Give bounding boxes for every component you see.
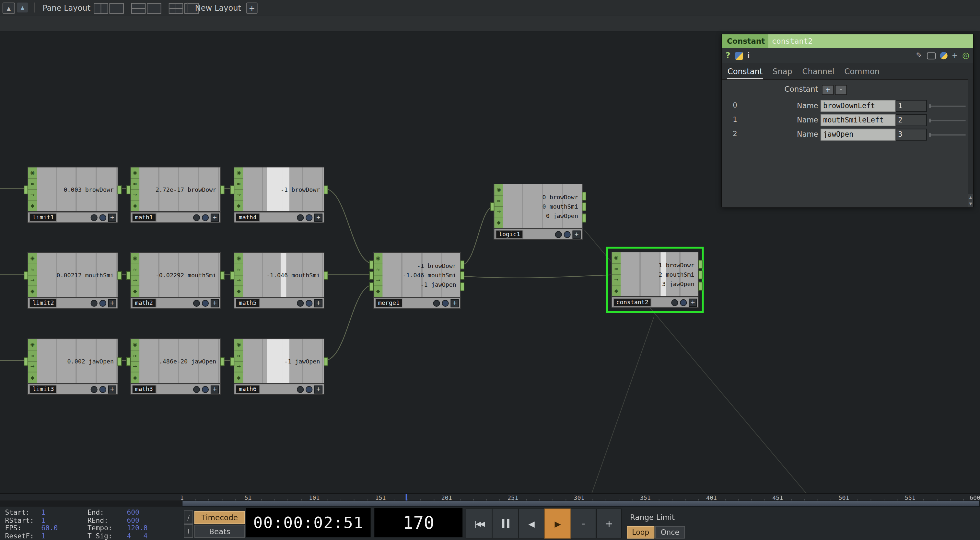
operator-name-field[interactable]: constant2 <box>768 34 973 48</box>
node-output-connector[interactable] <box>118 357 122 366</box>
node-flag-strip[interactable]: ◉≈→◆ <box>612 253 620 296</box>
node-bypass-dot[interactable] <box>671 299 678 306</box>
param-value-field[interactable]: 1 <box>896 100 927 112</box>
node-name-label[interactable]: math2 <box>132 299 156 307</box>
viewer-flag-icon[interactable]: ◉ <box>374 253 382 264</box>
node-input-connector[interactable] <box>230 271 235 280</box>
node-viewer-dot[interactable] <box>564 231 571 238</box>
node-output-connector[interactable] <box>118 271 122 280</box>
node-viewer-dot[interactable] <box>305 300 312 307</box>
scroll-up-icon[interactable]: ▲ <box>968 194 973 200</box>
node-output-connector[interactable] <box>460 271 465 280</box>
node-bypass-dot[interactable] <box>193 214 200 221</box>
jump-to-start-button[interactable]: |◀◀ <box>466 508 493 539</box>
node-expand-button[interactable]: + <box>211 385 219 393</box>
graph-flag-icon[interactable]: ≈ <box>130 264 139 275</box>
node-output-connector[interactable] <box>460 282 465 291</box>
node-math4[interactable]: ◉≈→◆-1 browDowrmath4+ <box>234 167 325 223</box>
node-merge1[interactable]: ◉≈→◆-1 browDowr-1.046 mouthSmi-1 jawOpen… <box>373 253 460 309</box>
timeline-field-value[interactable]: 1 <box>41 508 45 517</box>
pane-layout-preset-1[interactable] <box>94 3 108 14</box>
language-icon[interactable] <box>735 51 743 60</box>
param-value-field[interactable]: 2 <box>896 114 927 126</box>
pane-layout-preset-2[interactable] <box>109 3 124 14</box>
node-output-connector[interactable] <box>324 271 328 280</box>
panel-scrollbar[interactable]: ▲ ▼ <box>968 79 973 206</box>
node-expand-button[interactable]: + <box>314 299 323 307</box>
lock-flag-icon[interactable]: ◆ <box>234 373 243 383</box>
play-reverse-button[interactable]: ◀ <box>518 508 545 539</box>
node-expand-button[interactable]: + <box>108 299 116 307</box>
param-value-slider[interactable] <box>929 106 966 107</box>
node-bypass-dot[interactable] <box>193 300 200 307</box>
info-icon[interactable]: i <box>747 51 750 60</box>
pane-type-icon[interactable]: ▲ <box>3 3 15 14</box>
timeline-ruler[interactable]: 151101151201251301351401451501551600 <box>0 494 980 501</box>
viewer-flag-icon[interactable]: ◉ <box>234 167 243 178</box>
node-name-label[interactable]: limit1 <box>30 213 57 222</box>
node-name-label[interactable]: math1 <box>132 213 156 222</box>
node-name-label[interactable]: math5 <box>235 299 259 307</box>
graph-flag-icon[interactable]: ≈ <box>28 264 37 275</box>
lock-flag-icon[interactable]: ◆ <box>130 201 139 211</box>
timeline-field-value[interactable]: 600 <box>127 508 139 517</box>
node-name-label[interactable]: logic1 <box>495 230 523 239</box>
add-constant-button[interactable]: + <box>822 85 834 95</box>
node-math3[interactable]: ◉≈→◆.486e-20 jawOpenmath3+ <box>130 338 221 395</box>
step-forward-button[interactable]: + <box>596 508 622 539</box>
cook-flag-icon[interactable]: → <box>494 206 503 218</box>
node-expand-button[interactable]: + <box>211 299 219 307</box>
node-input-connector[interactable] <box>369 271 374 280</box>
cook-flag-icon[interactable]: → <box>234 362 243 373</box>
node-expand-button[interactable]: + <box>211 213 219 222</box>
node-input-connector[interactable] <box>230 357 235 366</box>
node-math6[interactable]: ◉≈→◆-1 jawOpenmath6+ <box>234 338 325 395</box>
timeline-field-value[interactable]: 600 <box>127 516 139 524</box>
node-output-connector[interactable] <box>582 213 586 222</box>
node-expand-button[interactable]: + <box>450 299 458 307</box>
node-viewer-dot[interactable] <box>202 386 209 392</box>
node-output-connector[interactable] <box>582 202 586 211</box>
param-name-field[interactable]: browDownLeft <box>821 100 896 112</box>
node-viewer-dot[interactable] <box>100 214 106 221</box>
pane-layout-preset-4[interactable] <box>147 3 161 14</box>
node-viewer-dot[interactable] <box>100 300 106 307</box>
node-input-connector[interactable] <box>126 186 131 194</box>
graph-flag-icon[interactable]: ≈ <box>234 350 243 361</box>
node-bypass-dot[interactable] <box>297 386 304 392</box>
cook-flag-icon[interactable]: → <box>234 275 243 286</box>
node-flag-strip[interactable]: ◉≈→◆ <box>130 253 139 297</box>
node-output-connector[interactable] <box>220 271 224 280</box>
viewer-flag-icon[interactable]: ◉ <box>28 253 37 264</box>
node-name-label[interactable]: math6 <box>235 385 259 394</box>
cook-flag-icon[interactable]: → <box>130 362 139 373</box>
cook-flag-icon[interactable]: → <box>28 275 37 286</box>
timeline-field-value[interactable]: 120.0 <box>127 524 148 532</box>
node-name-label[interactable]: math4 <box>235 213 259 222</box>
node-viewer-dot[interactable] <box>680 299 687 306</box>
frame-mode-button[interactable]: / <box>184 510 193 524</box>
lock-flag-icon[interactable]: ◆ <box>130 286 139 297</box>
node-output-connector[interactable] <box>220 186 224 194</box>
node-bypass-dot[interactable] <box>297 300 304 307</box>
viewer-flag-icon[interactable]: ◉ <box>234 253 243 264</box>
node-bypass-dot[interactable] <box>91 386 97 392</box>
node-bypass-dot[interactable] <box>555 231 562 238</box>
node-input-connector[interactable] <box>24 357 28 366</box>
loop-button[interactable]: Loop <box>627 526 654 539</box>
node-input-connector[interactable] <box>126 271 131 280</box>
node-flag-strip[interactable]: ◉≈→◆ <box>374 253 382 297</box>
lock-flag-icon[interactable]: ◆ <box>130 373 139 383</box>
edit-pencil-icon[interactable]: ✎ <box>916 51 922 60</box>
viewer-flag-icon[interactable]: ◉ <box>28 339 37 350</box>
node-expand-button[interactable]: + <box>108 213 116 222</box>
node-math5[interactable]: ◉≈→◆-1.046 mouthSmimath5+ <box>234 253 325 309</box>
cook-flag-icon[interactable]: → <box>612 275 620 286</box>
timeline-field-value[interactable]: 60.0 <box>41 524 58 532</box>
cook-flag-icon[interactable]: → <box>234 189 243 200</box>
timeline-field-value[interactable]: 1 <box>41 516 45 524</box>
node-name-label[interactable]: math3 <box>132 385 156 394</box>
param-name-field[interactable]: jawOpen <box>821 129 896 141</box>
node-output-connector[interactable] <box>460 260 465 269</box>
viewer-flag-icon[interactable]: ◉ <box>494 184 503 195</box>
